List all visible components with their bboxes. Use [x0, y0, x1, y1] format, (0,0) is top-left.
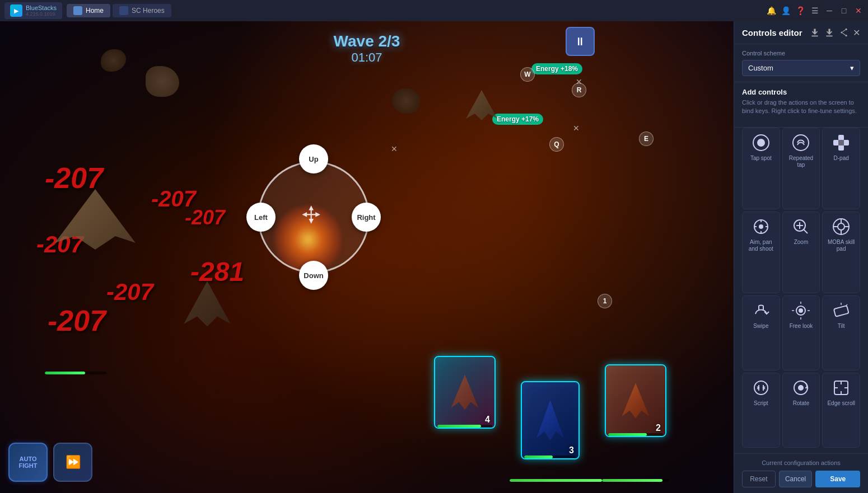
- svg-rect-10: [833, 140, 839, 145]
- key-badge-q[interactable]: Q: [549, 137, 564, 152]
- export-button[interactable]: [809, 27, 820, 38]
- control-item-edge-scroll[interactable]: Edge scroll: [822, 373, 860, 448]
- share-button[interactable]: [838, 27, 850, 38]
- bottom-health-fill: [510, 479, 602, 482]
- close-x-3[interactable]: ✕: [573, 124, 580, 133]
- dpad-left-button[interactable]: Left: [246, 203, 276, 232]
- control-item-dpad[interactable]: D-pad: [822, 128, 860, 209]
- svg-point-1: [845, 35, 847, 36]
- svg-rect-9: [838, 145, 844, 151]
- free-look-label: Free look: [790, 323, 813, 330]
- edge-scroll-icon: [831, 378, 851, 398]
- game-tab-icon: [119, 6, 128, 15]
- bluestacks-icon: ▶: [10, 4, 22, 17]
- rotate-icon: [791, 378, 811, 398]
- bottom-health-fill-2: [602, 479, 662, 482]
- control-item-repeated-tap[interactable]: Repeated tap: [782, 128, 820, 209]
- svg-point-30: [799, 309, 802, 312]
- add-controls-title: Add controls: [742, 88, 860, 96]
- control-item-rotate[interactable]: Rotate: [782, 373, 820, 448]
- ship-card-3[interactable]: 3: [521, 381, 580, 459]
- panel-header-actions: ✕: [809, 27, 860, 38]
- auto-fight-button[interactable]: AUTO FIGHT: [8, 443, 48, 482]
- panel-header: Controls editor: [734, 21, 868, 44]
- key-badge-w[interactable]: W: [520, 67, 535, 82]
- pause-button[interactable]: ⏸: [566, 27, 595, 56]
- game-area[interactable]: Wave 2/3 01:07 ⏸ Energy +18% Energy +17%…: [0, 21, 734, 493]
- main-content: Wave 2/3 01:07 ⏸ Energy +18% Energy +17%…: [0, 21, 868, 493]
- svg-point-18: [759, 225, 763, 228]
- svg-point-24: [838, 223, 844, 230]
- dropdown-chevron-icon: ▾: [850, 64, 854, 72]
- damage-num-6: -207: [106, 279, 153, 306]
- repeated-tap-icon: [791, 133, 811, 153]
- speed-button[interactable]: ⏩: [53, 443, 92, 482]
- free-look-icon: [791, 301, 811, 321]
- svg-point-36: [799, 386, 803, 390]
- svg-rect-8: [838, 135, 844, 140]
- tab-sc-heroes[interactable]: SC Heroes: [113, 4, 171, 17]
- home-tab-label: Home: [86, 7, 104, 15]
- dpad-down-button[interactable]: Down: [299, 261, 328, 290]
- close-x-1[interactable]: ✕: [576, 77, 582, 86]
- energy-indicator-1: Energy +18%: [531, 63, 582, 74]
- menu-icon[interactable]: ☰: [810, 6, 820, 16]
- control-item-swipe[interactable]: Swipe: [742, 295, 780, 370]
- import-button[interactable]: [824, 27, 835, 38]
- dpad-right-button[interactable]: Right: [352, 203, 381, 232]
- card-2-health: [608, 433, 663, 436]
- edge-scroll-label: Edge scroll: [827, 400, 855, 407]
- card-3-health: [524, 456, 576, 458]
- repeated-tap-label: Repeated tap: [785, 155, 818, 168]
- help-icon[interactable]: ❓: [795, 6, 805, 16]
- controls-editor-panel: Controls editor: [734, 21, 868, 493]
- minimize-button[interactable]: ─: [824, 6, 834, 16]
- script-icon: [751, 378, 771, 398]
- app-name: BlueStacks: [26, 4, 57, 11]
- account-icon[interactable]: 👤: [781, 6, 791, 16]
- wave-title: Wave 2/3: [334, 32, 400, 50]
- card-2-health-fill: [608, 433, 647, 436]
- close-x-2[interactable]: ✕: [391, 144, 398, 153]
- ship-card-2[interactable]: 2: [605, 364, 666, 437]
- control-item-tilt[interactable]: Tilt: [822, 295, 860, 370]
- reset-button[interactable]: Reset: [742, 471, 776, 487]
- ship-health-fill: [45, 372, 85, 374]
- panel-buttons: Reset Cancel Save: [742, 471, 860, 487]
- scheme-dropdown[interactable]: Custom ▾: [742, 60, 860, 76]
- rotate-label: Rotate: [793, 400, 809, 407]
- svg-line-20: [804, 229, 808, 233]
- notification-icon[interactable]: 🔔: [766, 6, 776, 16]
- card-4-health-fill: [437, 425, 481, 428]
- tilt-icon: [831, 301, 851, 321]
- maximize-button[interactable]: □: [839, 6, 849, 16]
- control-item-zoom[interactable]: Zoom: [782, 212, 820, 293]
- swipe-icon: [751, 301, 771, 321]
- zoom-label: Zoom: [794, 239, 809, 246]
- control-item-script[interactable]: Script: [742, 373, 780, 448]
- moba-skill-pad-label: MOBA skill pad: [825, 239, 857, 252]
- ship-card-4[interactable]: 4: [434, 356, 496, 429]
- panel-close-button[interactable]: ✕: [853, 27, 860, 38]
- asteroid-3: [392, 88, 420, 114]
- save-button[interactable]: Save: [815, 471, 860, 487]
- dpad-up-button[interactable]: Up: [299, 144, 328, 173]
- key-badge-1[interactable]: 1: [598, 294, 612, 308]
- wave-time: 01:07: [334, 50, 400, 65]
- control-item-free-look[interactable]: Free look: [782, 295, 820, 370]
- control-item-aim-pan-shoot[interactable]: Aim, pan and shoot: [742, 212, 780, 293]
- control-item-moba-skill-pad[interactable]: MOBA skill pad: [822, 212, 860, 293]
- close-button[interactable]: ✕: [853, 6, 864, 16]
- cancel-button[interactable]: Cancel: [779, 471, 813, 487]
- aim-pan-shoot-icon: [751, 217, 771, 237]
- tap-spot-icon: [751, 133, 771, 153]
- bluestacks-logo: ▶ BlueStacks 4.215.0.1019: [4, 2, 62, 19]
- control-item-tap-spot[interactable]: Tap spot: [742, 128, 780, 209]
- dpad-icon: [831, 133, 851, 153]
- dpad-control[interactable]: Up Down Left Right: [246, 144, 381, 290]
- ship-card-4-num: 4: [485, 415, 490, 425]
- tab-home[interactable]: Home: [67, 4, 110, 17]
- dpad-cursor: [299, 201, 328, 234]
- config-actions-label: Current configuration actions: [742, 459, 860, 466]
- key-badge-e[interactable]: E: [639, 132, 654, 146]
